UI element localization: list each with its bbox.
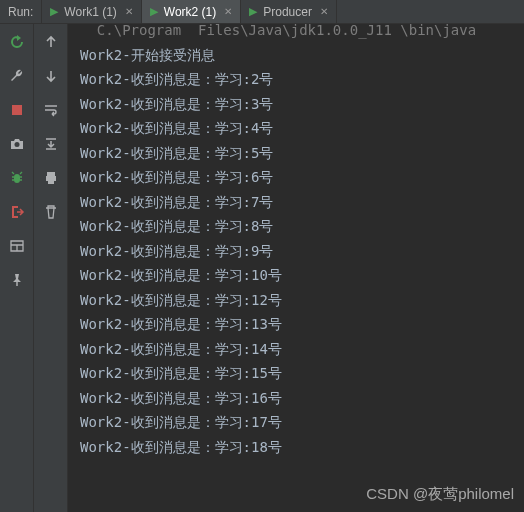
run-tab-1[interactable]: ▶Work2 (1)✕ <box>142 0 241 23</box>
console-line: Work2-收到消息是：学习:12号 <box>80 288 524 313</box>
watermark: CSDN @夜莺philomel <box>366 482 514 507</box>
run-tab-0[interactable]: ▶Work1 (1)✕ <box>42 0 141 23</box>
run-tab-2[interactable]: ▶Producer✕ <box>241 0 337 23</box>
camera-icon[interactable] <box>9 136 25 152</box>
console-output[interactable]: C.\Program Files\Java\jdk1.0.0_J11 \bin\… <box>68 24 524 512</box>
console-line: Work2-收到消息是：学习:8号 <box>80 214 524 239</box>
console-line: Work2-收到消息是：学习:3号 <box>80 92 524 117</box>
layout-icon[interactable] <box>9 238 25 254</box>
left-toolbar <box>0 24 34 512</box>
play-icon: ▶ <box>50 5 58 18</box>
console-line: Work2-收到消息是：学习:16号 <box>80 386 524 411</box>
close-icon[interactable]: ✕ <box>125 6 133 17</box>
console-line: Work2-收到消息是：学习:14号 <box>80 337 524 362</box>
tab-label: Work1 (1) <box>64 5 116 19</box>
console-line: Work2-收到消息是：学习:2号 <box>80 67 524 92</box>
console-line: Work2-收到消息是：学习:9号 <box>80 239 524 264</box>
scroll-to-end-icon[interactable] <box>43 136 59 152</box>
console-line: Work2-收到消息是：学习:5号 <box>80 141 524 166</box>
console-cmd-line: C.\Program Files\Java\jdk1.0.0_J11 \bin\… <box>80 24 524 43</box>
exit-icon[interactable] <box>9 204 25 220</box>
play-icon: ▶ <box>150 5 158 18</box>
run-header: Run: ▶Work1 (1)✕▶Work2 (1)✕▶Producer✕ <box>0 0 524 24</box>
bug-green-icon[interactable] <box>9 170 25 186</box>
trash-icon[interactable] <box>43 204 59 220</box>
arrow-down-icon[interactable] <box>43 68 59 84</box>
tab-label: Producer <box>263 5 312 19</box>
console-toolbar <box>34 24 68 512</box>
console-line: Work2-收到消息是：学习:15号 <box>80 361 524 386</box>
console-line: Work2-收到消息是：学习:7号 <box>80 190 524 215</box>
tab-label: Work2 (1) <box>164 5 216 19</box>
console-line: Work2-收到消息是：学习:13号 <box>80 312 524 337</box>
console-line: Work2-收到消息是：学习:4号 <box>80 116 524 141</box>
arrow-up-icon[interactable] <box>43 34 59 50</box>
console-line: Work2-开始接受消息 <box>80 43 524 68</box>
close-icon[interactable]: ✕ <box>320 6 328 17</box>
play-icon: ▶ <box>249 5 257 18</box>
close-icon[interactable]: ✕ <box>224 6 232 17</box>
console-line: Work2-收到消息是：学习:10号 <box>80 263 524 288</box>
run-label: Run: <box>0 0 42 23</box>
console-line: Work2-收到消息是：学习:6号 <box>80 165 524 190</box>
body: C.\Program Files\Java\jdk1.0.0_J11 \bin\… <box>0 24 524 512</box>
console-line: Work2-收到消息是：学习:18号 <box>80 435 524 460</box>
soft-wrap-icon[interactable] <box>43 102 59 118</box>
console-line: Work2-收到消息是：学习:17号 <box>80 410 524 435</box>
rerun-green-icon[interactable] <box>9 34 25 50</box>
print-icon[interactable] <box>43 170 59 186</box>
pin-icon[interactable] <box>9 272 25 288</box>
stop-red-icon[interactable] <box>9 102 25 118</box>
wrench-icon[interactable] <box>9 68 25 84</box>
